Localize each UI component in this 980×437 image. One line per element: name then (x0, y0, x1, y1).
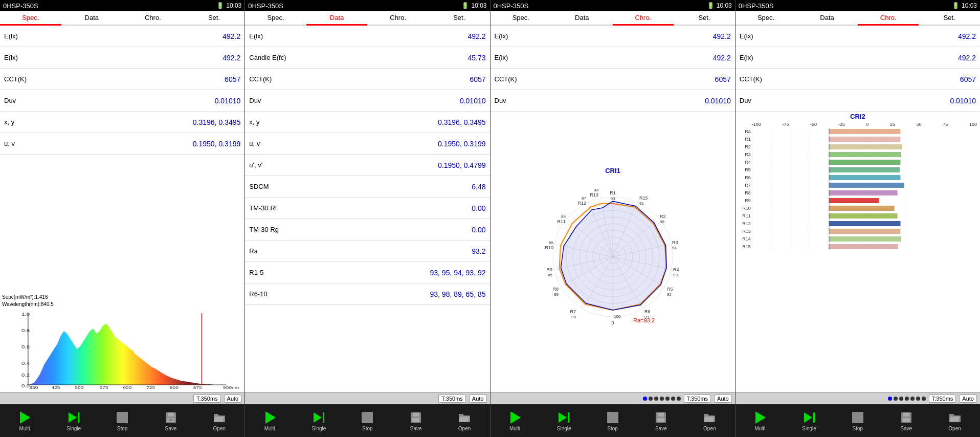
stop-btn-4[interactable]: Stop (848, 410, 868, 431)
data-row: E(lx) 492.2 (491, 26, 735, 47)
dot (905, 397, 909, 401)
stop-icon (607, 412, 618, 423)
stop-btn-2[interactable]: Stop (357, 410, 377, 431)
cri2-bar-label: R14 (738, 236, 751, 242)
data-row: Duv 0.01010 (0, 90, 244, 112)
svg-text:425: 425 (52, 385, 60, 390)
tab-data-2[interactable]: Data (306, 11, 368, 26)
cri2-bar-label: R4 (738, 160, 751, 165)
svg-text:0.4: 0.4 (21, 361, 30, 366)
dot (899, 397, 903, 401)
svg-rect-218 (829, 221, 901, 226)
tab-data-4[interactable]: Data (796, 11, 858, 26)
cri2-bar-label: R12 (738, 221, 751, 226)
panel2-data: E(lx) 492.2 Candle E(fc) 45.73 CCT(K) 60… (245, 26, 489, 392)
tab-spec-3[interactable]: Spec. (491, 11, 552, 26)
multi-btn-3[interactable]: Multi. (505, 410, 526, 431)
svg-text:R4: R4 (673, 267, 679, 272)
open-icon (458, 412, 471, 423)
tab-chro-3[interactable]: Chro. (613, 11, 674, 26)
tab-set-1[interactable]: Set. (184, 11, 245, 26)
svg-text:0.6: 0.6 (21, 344, 30, 349)
tab-chro-4[interactable]: Chro. (858, 11, 919, 26)
spec-info-line2: Wavelength(nm):840.5 (2, 301, 242, 308)
stop-icon (362, 412, 373, 423)
stop-btn-3[interactable]: Stop (603, 410, 623, 431)
multi-btn-2[interactable]: Multi. (260, 410, 281, 431)
svg-rect-251 (829, 244, 898, 249)
tab-chro-1[interactable]: Chro. (122, 11, 184, 26)
single-btn-4[interactable]: Single (799, 410, 819, 431)
time-badge-3: T:350ms (684, 395, 711, 403)
tab-data-1[interactable]: Data (61, 11, 123, 26)
single-btn-1[interactable]: Single (63, 410, 84, 431)
tab-data-3[interactable]: Data (551, 11, 613, 26)
panel2-title: 0HSP-350S (248, 2, 283, 10)
data-row: TM-30 Rf 0.00 (245, 198, 489, 219)
svg-text:650: 650 (123, 385, 131, 390)
open-btn-2[interactable]: Open (454, 410, 475, 431)
panel2-content: E(lx) 492.2 Candle E(fc) 45.73 CCT(K) 60… (245, 26, 489, 392)
svg-text:92: 92 (667, 292, 672, 297)
spectrum-svg-1: 1.0 0.8 0.6 0.4 0.2 0.0 350 425 500 575 … (2, 308, 242, 390)
data-row: E(lx) 492.2 (491, 47, 735, 69)
tab-set-4[interactable]: Set. (919, 11, 980, 26)
open-btn-4[interactable]: Open (945, 410, 965, 431)
svg-text:R12: R12 (577, 201, 586, 206)
data-row: x, y 0.3196, 0.3495 (245, 112, 489, 133)
multi-btn-1[interactable]: Multi. (15, 410, 35, 431)
svg-text:R5: R5 (667, 287, 673, 292)
svg-text:R8: R8 (552, 287, 559, 292)
cri2-bar-row: R1 (738, 136, 978, 143)
panel1-title: 0HSP-350S (3, 2, 38, 10)
svg-text:575: 575 (100, 385, 108, 390)
stop-btn-1[interactable]: Stop (112, 410, 132, 431)
data-row: Duv 0.01010 (736, 90, 980, 112)
single-btn-2[interactable]: Single (309, 410, 329, 431)
open-btn-3[interactable]: Open (699, 410, 720, 431)
save-btn-2[interactable]: Save (406, 410, 426, 431)
svg-text:875: 875 (193, 385, 202, 390)
dot (654, 397, 658, 401)
auto-badge-4: Auto (959, 395, 977, 403)
tab-spec-4[interactable]: Spec. (736, 11, 797, 26)
open-btn-1[interactable]: Open (209, 410, 230, 431)
cri2-bar-row: R7 (738, 182, 978, 189)
save-btn-3[interactable]: Save (651, 410, 671, 431)
battery-icon-2: 🔋 (461, 2, 469, 9)
svg-text:93: 93 (594, 188, 598, 192)
data-row: CCT(K) 6057 (491, 69, 735, 90)
stop-icon (852, 412, 863, 423)
battery-icon-1: 🔋 (216, 2, 224, 9)
save-btn-4[interactable]: Save (896, 410, 917, 431)
cri2-bar-row: R10 (738, 205, 978, 212)
cri2-bar-svg (752, 190, 906, 196)
single-btn-3[interactable]: Single (554, 410, 574, 431)
svg-text:R2: R2 (660, 214, 666, 219)
open-icon (703, 412, 716, 423)
skip-icon (559, 412, 569, 423)
panel4-data: E(lx) 492.2 E(lx) 492.2 CCT(K) 6057 Duv … (736, 26, 980, 112)
svg-text:R1: R1 (610, 190, 616, 195)
btn-group-2: Multi. Single Stop (245, 404, 490, 437)
data-row: E(lx) 492.2 (736, 26, 980, 47)
data-row: TM-30 Rg 0.00 (245, 219, 489, 241)
tab-spec-2[interactable]: Spec. (245, 11, 306, 26)
tab-chro-2[interactable]: Chro. (367, 11, 429, 26)
svg-text:950nm: 950nm (223, 385, 239, 390)
open-icon (213, 412, 226, 423)
cri2-bar-row: R11 (738, 212, 978, 220)
svg-rect-229 (829, 229, 901, 234)
svg-text:95: 95 (660, 220, 664, 224)
battery-icon-3: 🔋 (707, 2, 715, 9)
save-btn-1[interactable]: Save (161, 410, 181, 431)
cri2-bar-label: R8 (738, 190, 751, 195)
battery-icon-4: 🔋 (952, 2, 960, 9)
panel3-title: 0HSP-350S (494, 2, 529, 10)
tab-spec-1[interactable]: Spec. (0, 11, 61, 26)
tab-set-3[interactable]: Set. (674, 11, 735, 26)
tab-set-2[interactable]: Set. (429, 11, 490, 26)
multi-btn-4[interactable]: Multi. (750, 410, 771, 431)
svg-rect-185 (829, 198, 879, 203)
cri2-bars: RaR1R2R3R4R5R6R7R8R9R10R11R12R13R14R15 (738, 128, 978, 250)
